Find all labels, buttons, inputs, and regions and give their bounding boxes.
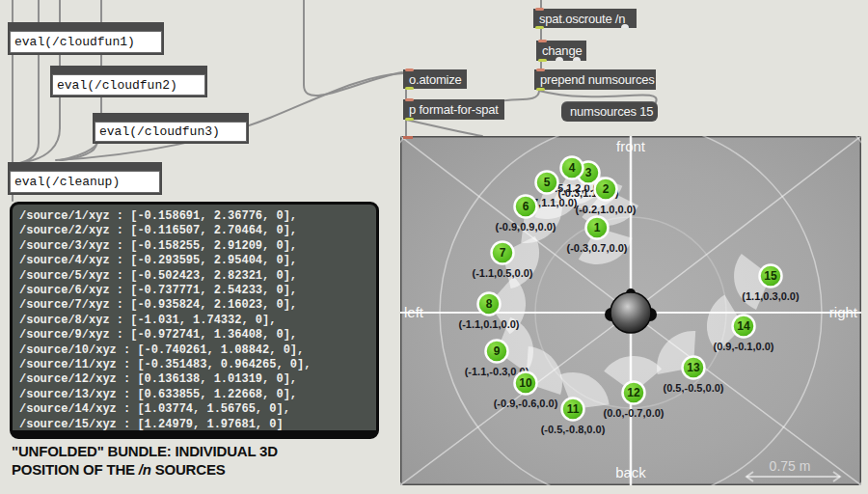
eval-cloudfun1-box[interactable]: eval(/cloudfun1) [8,22,164,55]
numsources-message[interactable]: numsources 15 [561,101,658,122]
inlet-nub[interactable] [405,98,414,101]
source-dot[interactable]: 5 [536,172,558,194]
format-for-spat-object[interactable]: p format-for-spat [403,99,504,120]
source-dot[interactable]: 15 [760,265,782,288]
eval-cloudfun3-label: eval(/cloudfun3) [95,122,247,142]
osc-line: /source/8/xyz : [-1.031, 1.74332, 0], [19,314,369,328]
source-dot[interactable]: 9 [486,341,508,363]
source-number: 14 [737,319,750,333]
inlet-nub[interactable] [535,8,544,11]
osc-line: /source/12/xyz : [0.136138, 1.01319, 0], [19,372,369,387]
eval-cloudfun3-box[interactable]: eval(/cloudfun3) [93,113,249,144]
osc-line: /source/1/xyz : [-0.158691, 2.36776, 0], [19,209,369,224]
patch-cord [500,91,539,101]
source-number: 5 [544,176,551,189]
axis-label-left: left [404,304,424,320]
osc-line: /source/9/xyz : [-0.972741, 1.36408, 0], [19,328,369,343]
source-coord-label: (-0.5,-0.8,0.0) [541,424,606,435]
outlet-nub[interactable] [535,26,544,29]
source-number: 7 [500,246,506,260]
source-number: 10 [519,376,532,390]
outlet-nub[interactable] [405,87,414,90]
source-coord-label: (0.9,-0.1,0.0) [714,341,774,352]
source-number: 4 [569,161,576,175]
osc-bundle-display[interactable]: /source/1/xyz : [-0.158691, 2.36776, 0],… [10,202,379,439]
source-coord-label: (-0.9,-0.6,0.0) [494,398,558,409]
osc-line: /source/3/xyz : [-0.158255, 2.91209, 0], [19,239,369,254]
source-coord-label: (-0.2,1.0,0.0) [576,204,637,215]
source-coord-label: (0.0,-0.7,0.0) [604,407,665,419]
source-number: 15 [764,269,777,283]
source-dot[interactable]: 1 [586,217,609,239]
eval-cloudfun2-box[interactable]: eval(/cloudfun2) [50,66,207,97]
source-coord-label: (-1.1,0.1,0.0) [459,318,520,330]
patch-cord [406,120,482,136]
osc-line: /source/4/xyz : [-0.293595, 2.95404, 0], [19,254,369,268]
change-label: change [542,43,582,58]
axis-label-front: front [616,138,646,154]
source-dot[interactable]: 2 [595,178,617,201]
eval-cloudfun2-label: eval(/cloudfun2) [52,74,205,96]
scale-label: 0.75 m [770,458,811,474]
caption-line1: "UNFOLDED" BUNDLE: INDIVIDUAL 3D [12,442,417,460]
source-dot[interactable]: 13 [683,357,705,379]
osc-line: /source/11/xyz : [-0.351483, 0.964265, 0… [19,358,369,372]
source-number: 1 [594,221,601,234]
prepend-numsources-object[interactable]: prepend numsources [534,69,656,90]
osc-line: /source/10/xyz : [-0.740261, 1.08842, 0]… [19,343,369,358]
outlet-nub[interactable] [405,118,414,121]
source-dot[interactable]: 14 [733,316,755,338]
source-number: 8 [486,297,493,311]
format-for-spat-label: p format-for-spat [409,102,499,117]
source-dot[interactable]: 12 [623,382,645,404]
source-coord-label: (-0.3,0.7,0.0) [567,242,628,254]
o-atomize-label: o.atomize [409,72,462,87]
axis-label-back: back [615,464,646,480]
numsources-label: numsources 15 [570,104,653,119]
spat-oscroute-label: spat.oscroute /n [539,12,625,26]
eval-cloudfun1-label: eval(/cloudfun1) [10,31,162,53]
axis-label-right: right [829,304,858,320]
spat-oscroute-object[interactable]: spat.oscroute /n [533,9,637,28]
source-number: 13 [687,361,700,374]
source-number: 9 [494,344,501,358]
osc-line: /source/2/xyz : [-0.116507, 2.70464, 0], [19,224,369,238]
outlet-nub[interactable] [573,57,581,61]
source-coord-label: (-1.1,0.5,0.0) [473,267,533,279]
osc-line: /source/15/xyz : [1.24979, 1.97681, 0] [19,418,369,432]
source-number: 2 [603,182,610,196]
eval-cleanup-box[interactable]: eval(/cleanup) [8,162,162,195]
inlet-nub[interactable] [403,136,413,139]
patch-cord [304,0,402,96]
osc-line: /source/14/xyz : [1.03774, 1.56765, 0], [19,402,369,417]
source-dot[interactable]: 7 [492,242,514,264]
source-number: 12 [627,386,640,399]
source-dot[interactable]: 11 [562,398,584,421]
osc-line: /source/6/xyz : [-0.737771, 2.54233, 0], [19,284,369,298]
outlet-nub[interactable] [536,88,545,91]
inlet-nub[interactable] [536,69,545,71]
eval-cleanup-label: eval(/cleanup) [10,171,160,193]
osc-line: /source/5/xyz : [-0.502423, 2.82321, 0], [19,269,369,284]
caption: "UNFOLDED" BUNDLE: INDIVIDUAL 3D POSITIO… [12,442,417,479]
change-object[interactable]: change [536,41,586,61]
osc-line: /source/7/xyz : [-0.935824, 2.16023, 0], [19,298,369,313]
source-dot[interactable]: 6 [515,196,537,218]
source-dot[interactable]: 4 [561,157,583,179]
outlet-nub[interactable] [556,57,563,61]
prepend-numsources-label: prepend numsources [540,72,655,87]
source-dot[interactable]: 8 [478,293,501,316]
spat-viewer[interactable]: (-0.3,0.7,0.0)(-0.2,1.0,0.0)(-0.3,1.1,0.… [400,136,861,485]
source-coord-label: (1.1,0.3,0.0) [742,290,800,302]
source-coord-label: (-0.9,0.9,0.0) [496,221,556,233]
outlet-nub[interactable] [621,24,629,28]
o-atomize-object[interactable]: o.atomize [403,69,467,89]
patch-cord [62,144,96,160]
outlet-nub[interactable] [538,59,547,62]
source-dot[interactable]: 10 [515,372,537,395]
source-number: 3 [585,166,592,179]
inlet-nub[interactable] [405,69,414,71]
source-coord-label: (0.5,-0.5,0.0) [664,382,724,394]
inlet-nub[interactable] [538,40,547,42]
caption-line2: POSITION OF THE /n SOURCES [12,460,417,479]
